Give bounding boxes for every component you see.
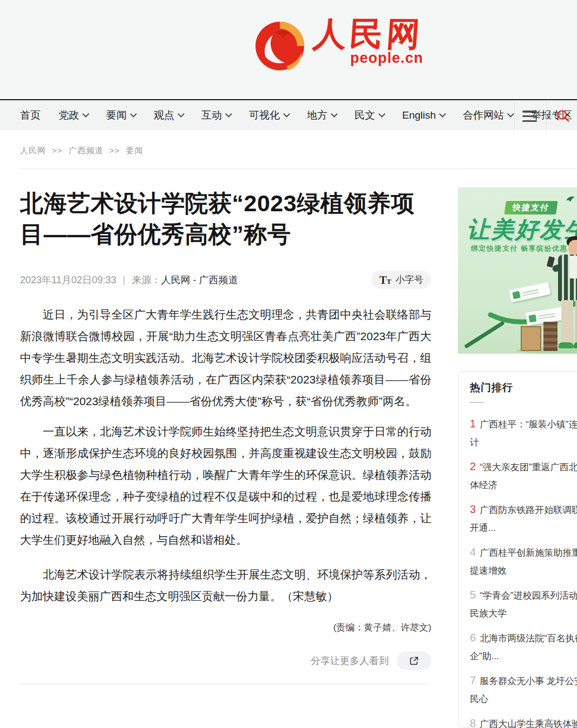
nav-item-minwen[interactable]: 民文 bbox=[355, 108, 384, 122]
font-size-icon: TT bbox=[379, 275, 391, 285]
nav-item-english[interactable]: English bbox=[402, 109, 445, 121]
rank-number: 1 bbox=[470, 415, 476, 433]
hot-list-item-6[interactable]: 6北海市两级法院“百名执行干 企”助... bbox=[470, 629, 577, 665]
font-size-button[interactable]: TT 小字号 bbox=[371, 271, 431, 289]
hot-list-item-3[interactable]: 3广西防东铁路开始联调联试 预 开通... bbox=[470, 500, 577, 537]
meta-divider: | bbox=[123, 274, 126, 285]
postal-bank-logo: 中国邮政储蓄银行 bbox=[565, 194, 577, 204]
nav-item-hezuowangzhan[interactable]: 合作网站 bbox=[463, 108, 513, 122]
rank-number: 8 bbox=[470, 714, 476, 728]
hot-ranking-title: 热门排行 bbox=[470, 381, 577, 395]
nav-label: 党政 bbox=[58, 108, 79, 122]
breadcrumb-link-guangxi[interactable]: 广西频道 bbox=[69, 146, 103, 155]
rank-number: 6 bbox=[470, 629, 476, 647]
breadcrumb-link-yaowen[interactable]: 要闻 bbox=[126, 146, 143, 155]
nav-label: 合作网站 bbox=[463, 108, 504, 122]
breadcrumb-separator: >> bbox=[109, 146, 120, 155]
chevron-down-icon bbox=[439, 110, 446, 118]
hot-list-item-8[interactable]: 8广西大山学生乘高铁体验发展 bbox=[470, 714, 577, 728]
rank-number: 3 bbox=[470, 500, 476, 518]
share-label: 分享让更多人看到 bbox=[311, 654, 389, 667]
share-row: 分享让更多人看到 bbox=[20, 652, 431, 670]
site-logo[interactable]: 人民网 people.cn bbox=[253, 16, 423, 75]
nav-label: 要闻 bbox=[106, 108, 127, 122]
nav-item-yaowen[interactable]: 要闻 bbox=[106, 108, 136, 122]
bird-icon bbox=[565, 194, 576, 204]
rank-number: 7 bbox=[470, 672, 476, 690]
source-link[interactable]: 人民网 - 广西频道 bbox=[161, 274, 238, 287]
share-button[interactable] bbox=[397, 652, 431, 670]
divider-line bbox=[20, 684, 429, 684]
rank-number: 5 bbox=[470, 586, 476, 604]
nav-label: 互动 bbox=[201, 108, 222, 122]
hot-list-item-7[interactable]: 7服务群众无小事 龙圩公安排忧 民心 bbox=[470, 672, 577, 708]
breadcrumb-separator: >> bbox=[52, 146, 63, 155]
nav-label: 观点 bbox=[154, 108, 174, 122]
chevron-down-icon bbox=[331, 110, 338, 118]
article-paragraph: 近日，为引导全区广大青年学生践行生态文明理念，共青团中央社会联络部与新浪微博联合… bbox=[20, 304, 431, 412]
page: 人民网 people.cn 首页 党政 要闻 观点 互动 可视化 地方 民文 E… bbox=[0, 0, 577, 728]
chevron-down-icon bbox=[283, 110, 290, 118]
nav-item-difang[interactable]: 地方 bbox=[307, 108, 337, 122]
logo-text: 人民网 people.cn bbox=[313, 16, 423, 66]
chevron-down-icon bbox=[178, 110, 185, 118]
hot-list-item-2[interactable]: 2“强大亲友团”重返广西北流 体经济 bbox=[470, 458, 577, 494]
source-label: 来源： bbox=[132, 274, 161, 287]
nav-item-keshihua[interactable]: 可视化 bbox=[249, 108, 289, 122]
publish-date: 2023年11月02日09:33 bbox=[20, 274, 116, 287]
page-title: 北海艺术设计学院获“2023绿植领养项目——省份优秀高校”称号 bbox=[20, 188, 431, 250]
article: 北海艺术设计学院获“2023绿植领养项目——省份优秀高校”称号 2023年11月… bbox=[20, 188, 431, 684]
chevron-down-icon bbox=[507, 110, 514, 118]
chevron-down-icon bbox=[82, 110, 89, 118]
ad-badge: 快捷支付 bbox=[503, 200, 559, 215]
hot-list-item-4[interactable]: 4广西桂平创新施策助推重大项 提速增效 bbox=[470, 543, 577, 580]
breadcrumb: 人民网 >> 广西频道 >> 要闻 bbox=[20, 146, 143, 156]
nav-divider bbox=[546, 101, 547, 131]
chevron-down-icon bbox=[225, 110, 232, 118]
chevron-down-icon bbox=[130, 110, 137, 118]
nav-label: 首页 bbox=[20, 108, 41, 122]
article-meta: 2023年11月02日09:33 | 来源： 人民网 - 广西频道 TT 小字号 bbox=[20, 271, 431, 289]
divider-line bbox=[20, 168, 577, 169]
rank-number: 2 bbox=[470, 458, 476, 476]
search-icon[interactable] bbox=[556, 109, 570, 125]
cardboard-box-graphic bbox=[521, 326, 541, 351]
hot-list-item-5[interactable]: 5“学青会”进校园系列活动走 民族大学 bbox=[470, 586, 577, 622]
site-header: 人民网 people.cn bbox=[0, 0, 577, 99]
hamburger-menu-icon[interactable] bbox=[522, 110, 537, 122]
hot-ranking-list: 1广西桂平：“服装小镇”连接 计 2“强大亲友团”重返广西北流 体经济 3广西防… bbox=[470, 415, 577, 728]
nav-label: 可视化 bbox=[249, 108, 280, 122]
logo-cn-text: 人民网 bbox=[312, 16, 425, 52]
nav-divider bbox=[514, 101, 515, 131]
nav-label: 地方 bbox=[307, 108, 327, 122]
nav-label: English bbox=[402, 109, 436, 121]
article-paragraph: 一直以来，北海艺术设计学院师生始终坚持把生态文明意识贯穿于日常的行动中，逐渐形成… bbox=[20, 421, 431, 551]
hot-list-item-1[interactable]: 1广西桂平：“服装小镇”连接 计 bbox=[470, 415, 577, 451]
font-size-label: 小字号 bbox=[396, 274, 423, 286]
nav-label: 民文 bbox=[355, 108, 375, 122]
breadcrumb-link-people[interactable]: 人民网 bbox=[20, 146, 46, 155]
article-paragraph: 北海艺术设计学院表示将持续组织学生开展生态文明、环境保护等系列活动，为加快建设美… bbox=[20, 564, 431, 607]
editor-credit: (责编：黄子婧、许荩文) bbox=[20, 621, 431, 634]
main-nav: 首页 党政 要闻 观点 互动 可视化 地方 民文 English 合作网站 举报… bbox=[0, 99, 577, 130]
nav-item-dangzheng[interactable]: 党政 bbox=[58, 108, 88, 122]
title-underline bbox=[470, 402, 484, 403]
suitcase-graphic bbox=[543, 322, 558, 351]
nav-item-guandian[interactable]: 观点 bbox=[154, 108, 183, 122]
ad-banner[interactable]: 中国邮政储蓄银行 快捷支付 让美好发生 绑定快捷支付 畅享缤纷优惠 bbox=[458, 187, 577, 354]
nav-item-home[interactable]: 首页 bbox=[20, 108, 41, 122]
rank-number: 4 bbox=[470, 543, 476, 561]
people-logo-swirl-icon bbox=[253, 16, 307, 75]
nav-item-hudong[interactable]: 互动 bbox=[201, 108, 231, 122]
hot-ranking-panel: 热门排行 1广西桂平：“服装小镇”连接 计 2“强大亲友团”重返广西北流 体经济… bbox=[458, 371, 577, 728]
chevron-down-icon bbox=[378, 110, 385, 118]
